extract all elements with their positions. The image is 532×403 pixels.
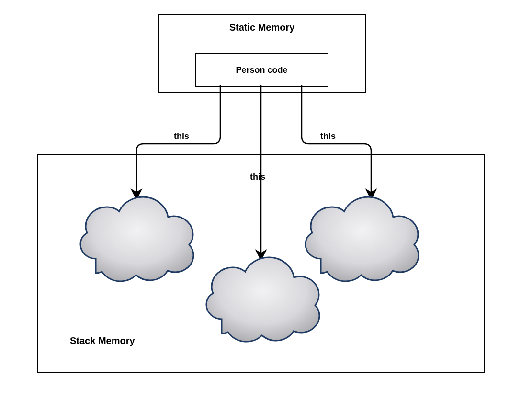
arrow-right bbox=[302, 85, 371, 200]
diagram-svg bbox=[0, 0, 532, 403]
cloud-vaibhav bbox=[306, 197, 419, 281]
cloud-mike bbox=[80, 197, 193, 281]
arrow-left bbox=[136, 85, 220, 200]
cloud-yilin bbox=[206, 257, 319, 342]
